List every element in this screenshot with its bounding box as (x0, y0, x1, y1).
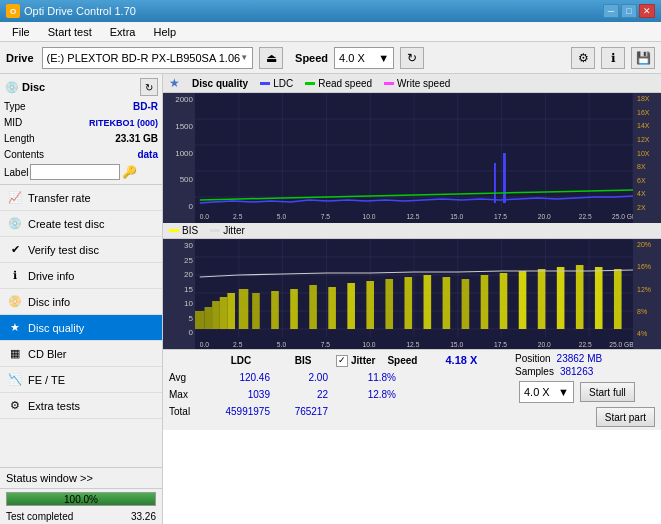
row-avg-label: Avg (169, 370, 204, 385)
chart-top-y-right: 18X 16X 14X 12X 10X 8X 6X 4X 2X (633, 93, 661, 223)
legend-ldc: LDC (260, 78, 293, 89)
speed-dropdown[interactable]: 4.0 X ▼ (519, 381, 574, 403)
samples-val: 381263 (560, 366, 593, 377)
col-header-jitter: Jitter (351, 353, 375, 368)
svg-rect-55 (347, 283, 355, 329)
mid-value: RITEKBO1 (000) (89, 116, 158, 130)
svg-rect-61 (462, 279, 470, 329)
drive-label: Drive (6, 52, 34, 64)
jitter-checkbox[interactable]: ✓ (336, 355, 348, 367)
svg-text:20.0: 20.0 (538, 341, 551, 348)
svg-rect-67 (576, 265, 584, 329)
svg-rect-66 (557, 267, 565, 329)
fe-te-icon: 📉 (8, 373, 22, 387)
start-part-button[interactable]: Start part (596, 407, 655, 427)
nav-fe-te-label: FE / TE (28, 374, 65, 386)
menu-bar: File Start test Extra Help (0, 22, 661, 42)
nav-disc-info[interactable]: 📀 Disc info (0, 289, 162, 315)
avg-bis-val: 2.00 (278, 370, 328, 385)
nav-drive-info[interactable]: ℹ Drive info (0, 263, 162, 289)
write-speed-legend-label: Write speed (397, 78, 450, 89)
chart-bottom-svg: 0.0 2.5 5.0 7.5 10.0 12.5 15.0 17.5 20.0… (195, 239, 633, 349)
speed-select[interactable]: 4.0 X ▼ (334, 47, 394, 69)
cd-bler-icon: ▦ (8, 347, 22, 361)
col-header-bis: BIS (278, 353, 328, 368)
svg-rect-45 (205, 307, 213, 329)
nav-transfer-rate[interactable]: 📈 Transfer rate (0, 185, 162, 211)
y-bot-25: 25 (165, 256, 193, 265)
row-max-label: Max (169, 387, 204, 402)
drive-select-arrow: ▼ (240, 53, 248, 62)
info-button[interactable]: ℹ (601, 47, 625, 69)
svg-text:20.0: 20.0 (538, 213, 551, 220)
y-bot-right-20: 20% (637, 241, 659, 248)
svg-rect-50 (252, 293, 260, 329)
disc-refresh-btn[interactable]: ↻ (140, 78, 158, 96)
chart-top-area: 2000 1500 1000 500 0 (163, 93, 661, 223)
menu-extra[interactable]: Extra (102, 24, 144, 40)
position-label: Position (515, 353, 551, 364)
svg-text:10.0: 10.0 (363, 213, 376, 220)
chart-bottom-canvas: 0.0 2.5 5.0 7.5 10.0 12.5 15.0 17.5 20.0… (195, 239, 633, 349)
max-ldc-val: 1039 (212, 387, 270, 402)
y-bot-10: 10 (165, 299, 193, 308)
menu-help[interactable]: Help (145, 24, 184, 40)
y-top-500: 500 (165, 175, 193, 184)
eject-button[interactable]: ⏏ (259, 47, 283, 69)
nav-disc-quality-label: Disc quality (28, 322, 84, 334)
position-val: 23862 MB (557, 353, 603, 364)
drive-select-value: (E:) PLEXTOR BD-R PX-LB950SA 1.06 (47, 52, 241, 64)
progress-secondary: 33.26 (131, 511, 156, 522)
bis-legend-label: BIS (182, 225, 198, 236)
y-right-6x: 6X (637, 177, 659, 184)
svg-rect-62 (481, 275, 489, 329)
chart-bottom-y-left: 30 25 20 15 10 5 0 (163, 239, 195, 349)
nav-verify-test-disc-label: Verify test disc (28, 244, 99, 256)
progress-text: 100.0% (7, 493, 155, 506)
minimize-button[interactable]: ─ (603, 4, 619, 18)
y-bot-right-4: 4% (637, 330, 659, 337)
nav-fe-te[interactable]: 📉 FE / TE (0, 367, 162, 393)
y-right-12x: 12X (637, 136, 659, 143)
close-button[interactable]: ✕ (639, 4, 655, 18)
nav-extra-tests[interactable]: ⚙ Extra tests (0, 393, 162, 419)
stats-table-container: LDC BIS ✓ Jitter Speed 4.18 X Avg 120.46… (169, 353, 507, 419)
settings-button[interactable]: ⚙ (571, 47, 595, 69)
nav-extra-tests-label: Extra tests (28, 400, 80, 412)
save-button[interactable]: 💾 (631, 47, 655, 69)
svg-text:12.5: 12.5 (406, 341, 419, 348)
svg-rect-48 (227, 293, 235, 329)
nav-create-test-disc[interactable]: 💿 Create test disc (0, 211, 162, 237)
menu-file[interactable]: File (4, 24, 38, 40)
col-header-speed: Speed (387, 353, 437, 368)
svg-text:15.0: 15.0 (450, 213, 463, 220)
svg-text:10.0: 10.0 (363, 341, 376, 348)
nav-cd-bler[interactable]: ▦ CD Bler (0, 341, 162, 367)
svg-rect-56 (366, 281, 374, 329)
nav-drive-info-label: Drive info (28, 270, 74, 282)
progress-bar: 100.0% (6, 492, 156, 506)
row-total-label: Total (169, 404, 204, 419)
start-full-button[interactable]: Start full (580, 382, 635, 402)
total-ldc-val: 45991975 (212, 404, 270, 419)
label-edit-icon[interactable]: 🔑 (122, 165, 137, 179)
contents-value: data (137, 148, 158, 162)
refresh-button[interactable]: ↻ (400, 47, 424, 69)
maximize-button[interactable]: □ (621, 4, 637, 18)
drive-select[interactable]: (E:) PLEXTOR BD-R PX-LB950SA 1.06 ▼ (42, 47, 254, 69)
nav-disc-quality[interactable]: ★ Disc quality (0, 315, 162, 341)
status-window-toggle[interactable]: Status window >> (0, 467, 162, 488)
ldc-legend-label: LDC (273, 78, 293, 89)
type-value: BD-R (133, 100, 158, 114)
menu-start-test[interactable]: Start test (40, 24, 100, 40)
svg-text:17.5: 17.5 (494, 213, 507, 220)
label-input[interactable] (30, 164, 120, 180)
disc-quality-icon: ★ (8, 321, 22, 335)
length-label: Length (4, 132, 35, 146)
svg-text:15.0: 15.0 (450, 341, 463, 348)
legend-read-speed: Read speed (305, 78, 372, 89)
nav-verify-test-disc[interactable]: ✔ Verify test disc (0, 237, 162, 263)
svg-rect-47 (220, 297, 228, 329)
speed-dropdown-arrow: ▼ (558, 386, 569, 398)
svg-rect-68 (595, 267, 603, 329)
